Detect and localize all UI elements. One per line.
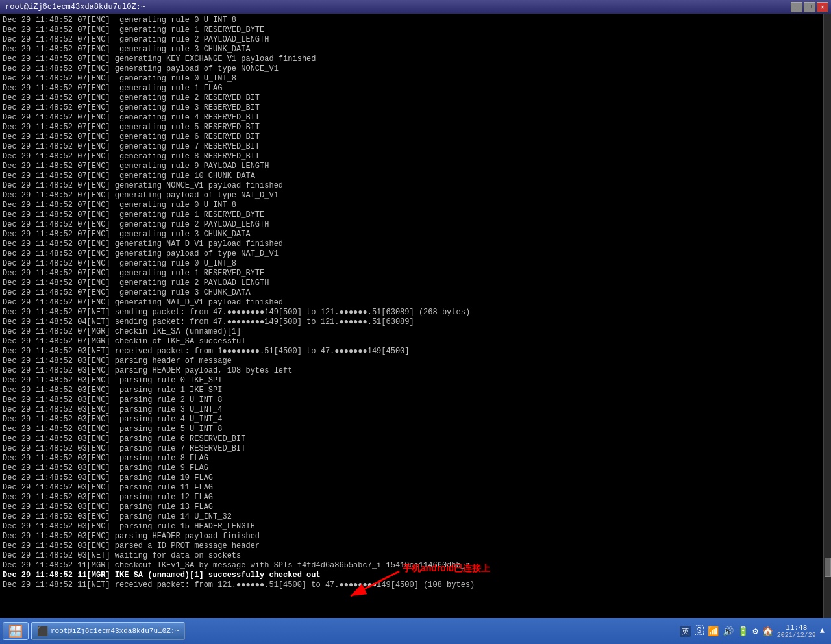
terminal-line: Dec 29 11:48:52 07[ENC] generating rule … <box>3 132 828 142</box>
terminal-line: Dec 29 11:48:52 07[ENC] generating rule … <box>3 288 828 298</box>
terminal-line: Dec 29 11:48:52 07[ENC] generating rule … <box>3 142 828 152</box>
terminal-line: Dec 29 11:48:52 03[ENC] parsing rule 8 F… <box>3 454 828 464</box>
terminal-line: Dec 29 11:48:52 03[ENC] parsing rule 7 R… <box>3 444 828 454</box>
terminal-line: Dec 29 11:48:52 04[NET] sending packet: … <box>3 317 828 327</box>
terminal-line: Dec 29 11:48:52 07[ENC] generating rule … <box>3 84 828 93</box>
terminal-line: Dec 29 11:48:52 03[ENC] parsing header o… <box>3 356 828 366</box>
terminal-line: Dec 29 11:48:52 03[ENC] parsing rule 14 … <box>3 512 828 522</box>
clock-date: 2021/12/29 <box>777 632 816 639</box>
terminal-line: Dec 29 11:48:52 07[ENC] generating KEY_E… <box>3 55 828 64</box>
home-icon[interactable]: 🏠 <box>762 626 773 637</box>
terminal-line: Dec 29 11:48:52 07[NET] sending packet: … <box>3 308 828 317</box>
terminal-line: Dec 29 11:48:52 07[ENC] generating rule … <box>3 74 828 84</box>
terminal-line: Dec 29 11:48:52 03[ENC] parsing rule 1 I… <box>3 386 828 395</box>
terminal-line: Dec 29 11:48:52 07[ENC] generating rule … <box>3 162 828 171</box>
terminal-line: Dec 29 11:48:52 07[ENC] generating NAT_D… <box>3 298 828 308</box>
terminal-line: Dec 29 11:48:52 03[ENC] parsing rule 5 U… <box>3 425 828 434</box>
network-icon: 📶 <box>708 626 719 637</box>
terminal-line: Dec 29 11:48:52 03[ENC] parsing rule 13 … <box>3 502 828 512</box>
terminal-line: Dec 29 11:48:52 07[ENC] generating NAT_D… <box>3 240 828 249</box>
terminal-line: Dec 29 11:48:52 03[ENC] parsing rule 15 … <box>3 522 828 532</box>
battery-icon: 🔋 <box>738 626 749 637</box>
terminal-line: Dec 29 11:48:52 07[ENC] generating rule … <box>3 230 828 240</box>
terminal-line: Dec 29 11:48:52 03[ENC] parsing HEADER p… <box>3 532 828 541</box>
titlebar: root@iZj6c1ecm43xda8kdu7ul0Z:~ − □ ✕ <box>0 0 831 14</box>
terminal-line: Dec 29 11:48:52 07[ENC] generating paylo… <box>3 249 828 259</box>
terminal-line: Dec 29 11:48:52 03[NET] waiting for data… <box>3 551 828 561</box>
terminal-line: Dec 29 11:48:52 07[ENC] generating rule … <box>3 269 828 279</box>
terminal-line: Dec 29 11:48:52 07[ENC] generating rule … <box>3 210 828 220</box>
taskbar-window-item[interactable]: ⬛ root@iZj6c1ecm43xda8kdu7ul0Z:~ <box>31 622 185 640</box>
taskbar-right-area: 英 🇸 📶 🔊 🔋 ⚙ 🏠 11:48 2021/12/29 ▲ <box>680 624 828 639</box>
language-indicator[interactable]: 英 <box>680 626 691 637</box>
terminal-line: Dec 29 11:48:52 07[ENC] generating rule … <box>3 25 828 35</box>
terminal-line: Dec 29 11:48:52 07[ENC] generating paylo… <box>3 191 828 201</box>
terminal-line: Dec 29 11:48:52 03[ENC] parsing rule 3 U… <box>3 405 828 415</box>
terminal-line: Dec 29 11:48:52 07[ENC] generating rule … <box>3 201 828 210</box>
start-button[interactable]: 🪟 <box>3 622 29 640</box>
terminal-line: Dec 29 11:48:52 07[ENC] generating rule … <box>3 35 828 45</box>
settings-icon[interactable]: ⚙ <box>752 626 758 637</box>
annotation-text: 手机android已连接上 <box>403 563 490 575</box>
taskbar-icon-1: 🇸 <box>695 626 704 636</box>
terminal-line: Dec 29 11:48:52 07[ENC] generating rule … <box>3 171 828 181</box>
terminal-line: Dec 29 11:48:52 03[ENC] parsing rule 12 … <box>3 493 828 502</box>
terminal-output: Dec 29 11:48:52 07[ENC] generating rule … <box>0 14 831 618</box>
terminal-line: Dec 29 11:48:52 07[MGR] checkin of IKE_S… <box>3 337 828 347</box>
terminal-line: Dec 29 11:48:52 07[ENC] generating rule … <box>3 220 828 230</box>
terminal-line: Dec 29 11:48:52 07[ENC] generating rule … <box>3 152 828 162</box>
terminal-line: Dec 29 11:48:52 07[ENC] generating rule … <box>3 113 828 123</box>
terminal-line: Dec 29 11:48:52 03[NET] received packet:… <box>3 347 828 356</box>
terminal-line: Dec 29 11:48:52 03[ENC] parsing rule 4 U… <box>3 415 828 425</box>
terminal-line: Dec 29 11:48:52 07[MGR] checkin IKE_SA (… <box>3 327 828 337</box>
taskbar-window-title: root@iZj6c1ecm43xda8kdu7ul0Z:~ <box>51 627 179 635</box>
terminal-line: Dec 29 11:48:52 03[ENC] parsing rule 10 … <box>3 473 828 483</box>
maximize-button[interactable]: □ <box>804 2 815 12</box>
close-button[interactable]: ✕ <box>817 2 828 12</box>
taskbar: 🪟 ⬛ root@iZj6c1ecm43xda8kdu7ul0Z:~ 英 🇸 📶… <box>0 618 831 644</box>
terminal-line: Dec 29 11:48:52 03[ENC] parsing rule 6 R… <box>3 434 828 444</box>
terminal-line: Dec 29 11:48:52 03[ENC] parsed a ID_PROT… <box>3 541 828 551</box>
terminal-line: Dec 29 11:48:52 07[ENC] generating paylo… <box>3 64 828 74</box>
notification-arrow[interactable]: ▲ <box>820 626 825 636</box>
scrollbar-thumb[interactable] <box>825 558 831 577</box>
terminal-lines: Dec 29 11:48:52 07[ENC] generating rule … <box>3 16 828 590</box>
window-controls: − □ ✕ <box>791 2 828 12</box>
terminal-line: Dec 29 11:48:52 07[ENC] generating rule … <box>3 279 828 288</box>
terminal-line: Dec 29 11:48:52 07[ENC] generating rule … <box>3 259 828 269</box>
terminal-line: Dec 29 11:48:52 07[ENC] generating rule … <box>3 93 828 103</box>
minimize-button[interactable]: − <box>791 2 802 12</box>
terminal-line: Dec 29 11:48:52 07[ENC] generating rule … <box>3 45 828 55</box>
terminal-line: Dec 29 11:48:52 11[NET] received packet:… <box>3 580 828 590</box>
terminal-line: Dec 29 11:48:52 03[ENC] parsing rule 2 U… <box>3 395 828 405</box>
window-title: root@iZj6c1ecm43xda8kdu7ul0Z:~ <box>3 3 791 12</box>
terminal-icon: ⬛ <box>37 626 48 637</box>
terminal-line: Dec 29 11:48:52 07[ENC] generating NONCE… <box>3 181 828 191</box>
terminal-line: Dec 29 11:48:52 03[ENC] parsing rule 11 … <box>3 483 828 493</box>
terminal-line: Dec 29 11:48:52 03[ENC] parsing rule 9 F… <box>3 464 828 473</box>
terminal-line: Dec 29 11:48:52 07[ENC] generating rule … <box>3 103 828 113</box>
taskbar-clock: 11:48 2021/12/29 <box>777 624 816 639</box>
terminal-line: Dec 29 11:48:52 03[ENC] parsing rule 0 I… <box>3 376 828 386</box>
speaker-icon: 🔊 <box>723 626 734 637</box>
terminal-line: Dec 29 11:48:52 03[ENC] parsing HEADER p… <box>3 366 828 376</box>
scrollbar[interactable] <box>823 14 831 618</box>
terminal-line: Dec 29 11:48:52 07[ENC] generating rule … <box>3 16 828 25</box>
clock-time: 11:48 <box>777 624 816 632</box>
terminal-line: Dec 29 11:48:52 07[ENC] generating rule … <box>3 123 828 132</box>
